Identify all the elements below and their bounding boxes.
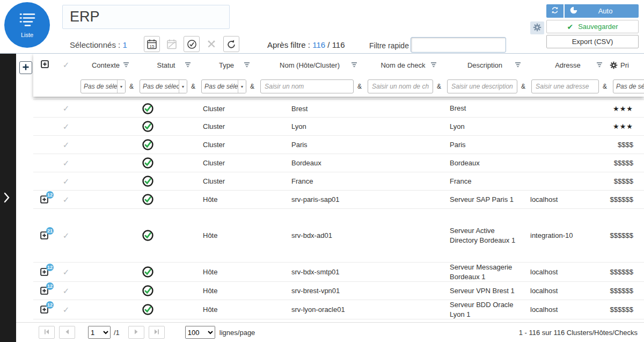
app-logo[interactable]: Liste (4, 2, 50, 48)
table-row[interactable]: 12✓Hôtesrv-lyon-oracle01Serveur BDD Orac… (33, 300, 644, 319)
filter-input[interactable] (447, 79, 517, 93)
refresh-icon (551, 6, 559, 16)
last-page-button[interactable] (149, 326, 165, 339)
column-filter-icon[interactable] (514, 61, 522, 69)
column-header-2[interactable]: Type (197, 54, 256, 76)
column-filter-icon[interactable] (429, 61, 438, 69)
row-select-cell[interactable]: ✓ (56, 267, 76, 277)
header-filter-row: Pas de sélection▼&Pas de sélection▼&Pas … (33, 76, 644, 97)
table-row[interactable]: ✓ClusterParisParis$$$$ (33, 136, 644, 154)
priority-cell: $$$$ (609, 141, 644, 149)
priority-cell: $$$$$$ (609, 305, 644, 314)
quick-filter-label: Filtre rapide (369, 41, 409, 50)
column-filter-icon[interactable] (350, 61, 358, 69)
row-select-cell[interactable]: ✓ (56, 177, 76, 186)
column-header-6[interactable]: Adresse (527, 54, 609, 76)
row-select-cell[interactable]: ✓ (56, 286, 76, 296)
table-row[interactable]: ✓ClusterBordeauxBordeaux$$$$$ (33, 154, 644, 172)
calendar-off-button[interactable] (164, 36, 180, 52)
column-header-3[interactable]: Nom (Hôte/Cluster) (256, 54, 363, 76)
column-filter-icon[interactable] (122, 61, 130, 69)
row-select-cell[interactable]: ✓ (56, 195, 76, 205)
column-header-1[interactable]: Statut (135, 54, 197, 76)
prev-page-button[interactable] (59, 326, 75, 339)
table-row[interactable]: ✓ClusterBrestBrest★★★ (33, 99, 644, 118)
column-filter-6: & (527, 76, 609, 97)
table-row[interactable]: ✓ClusterLyonLyon★★★ (33, 118, 644, 136)
select-all-check-icon[interactable]: ✓ (63, 60, 70, 70)
table-row[interactable]: 12✓Hôtesrv-brest-vpn01Serveur VPN Brest … (33, 282, 644, 300)
type-cell: Cluster (197, 177, 256, 185)
export-csv-button[interactable]: Export (CSV) (546, 35, 639, 48)
filter-select[interactable]: Pas de sélection▼ (140, 79, 187, 93)
page-select[interactable]: 1 (88, 326, 111, 339)
last-page-icon (153, 329, 160, 337)
filter-input[interactable] (260, 79, 354, 93)
expand-all-button[interactable] (41, 60, 49, 70)
after-filter-count: 116 (312, 40, 325, 49)
caret-down-icon: ▼ (179, 80, 187, 93)
column-header-0[interactable]: Contexte (76, 54, 135, 76)
column-header-4[interactable]: Nom de check (363, 54, 443, 76)
row-select-cell[interactable]: ✓ (56, 158, 76, 168)
table-row[interactable]: 12✓Hôtesrv-bdx-smtp01Serveur Messagerie … (33, 263, 644, 282)
tools-button[interactable] (203, 36, 219, 52)
row-select-cell[interactable]: ✓ (56, 305, 76, 315)
status-cell (135, 304, 197, 315)
column-label: Nom (Hôte/Cluster) (280, 61, 340, 69)
table-row[interactable]: ✓ClusterFranceFrance$$$$$ (33, 172, 644, 191)
after-filter-total: / 116 (327, 40, 345, 49)
filter-select[interactable]: Pas de sé▼ (613, 79, 644, 93)
type-cell: Hôte (197, 287, 256, 295)
description-cell: Brest (443, 104, 527, 113)
prev-page-icon (64, 329, 70, 337)
child-count-badge: 12 (46, 264, 54, 271)
status-ok-icon (142, 285, 153, 296)
row-select-cell[interactable]: ✓ (56, 140, 76, 150)
child-count-badge: 21 (46, 227, 54, 235)
status-ok-icon (142, 121, 153, 132)
filter-select[interactable]: Pas de sélection▼ (201, 79, 246, 93)
column-filter-icon[interactable] (243, 61, 251, 69)
per-page-select[interactable]: 100 (185, 326, 215, 339)
auto-button[interactable]: Auto (565, 4, 639, 18)
column-filter-0: Pas de sélection▼& (76, 76, 135, 97)
save-button[interactable]: ✔ Sauvegarder (546, 20, 639, 33)
table-row[interactable]: 12✓Hôtesrv-paris-sap01Serveur SAP Paris … (33, 191, 644, 209)
column-filter-7: Pas de sé▼ (609, 76, 644, 97)
filter-input[interactable] (368, 79, 433, 93)
row-select-cell[interactable]: ✓ (56, 122, 76, 132)
address-cell: localhost (527, 268, 609, 276)
filter-input[interactable] (531, 79, 599, 93)
page-total: /1 (114, 329, 120, 337)
column-filter-icon[interactable] (595, 61, 604, 69)
row-select-cell[interactable]: ✓ (56, 231, 76, 241)
check-circle-button[interactable] (184, 36, 200, 52)
caret-down-icon: ▼ (117, 80, 125, 93)
settings-gear-button[interactable] (530, 21, 544, 34)
row-select-cell[interactable]: ✓ (56, 104, 76, 113)
name-cell: Paris (256, 141, 363, 149)
after-filter: Après filtre : 116 / 116 (267, 40, 345, 49)
undo-button[interactable] (223, 36, 239, 52)
top-header: Liste ERP Sélectionnés : 1 15 Après filt… (0, 0, 644, 54)
next-page-button[interactable] (128, 326, 144, 339)
add-button[interactable] (19, 61, 32, 74)
calendar-button[interactable]: 15 (144, 36, 160, 52)
column-header-7[interactable]: Pri (609, 54, 644, 76)
name-cell: Brest (256, 105, 363, 113)
priority-cell: $$$$$$ (609, 195, 644, 203)
table-row[interactable]: 21✓Hôtesrv-bdx-ad01Serveur Active Direct… (33, 209, 644, 263)
priority-cell: $$$$$$ (609, 268, 644, 276)
quick-filter-input[interactable] (411, 37, 506, 53)
column-filter-icon[interactable] (184, 61, 192, 69)
sidebar-expand-toggle[interactable] (4, 192, 10, 205)
columns-gear-icon[interactable] (610, 61, 618, 69)
filter-separator: & (437, 83, 441, 90)
first-page-button[interactable] (39, 326, 55, 339)
column-header-5[interactable]: Description (443, 54, 527, 76)
status-cell (135, 176, 197, 187)
refresh-button[interactable] (546, 4, 564, 18)
address-cell: localhost (527, 195, 609, 203)
filter-select[interactable]: Pas de sélection▼ (80, 79, 126, 93)
